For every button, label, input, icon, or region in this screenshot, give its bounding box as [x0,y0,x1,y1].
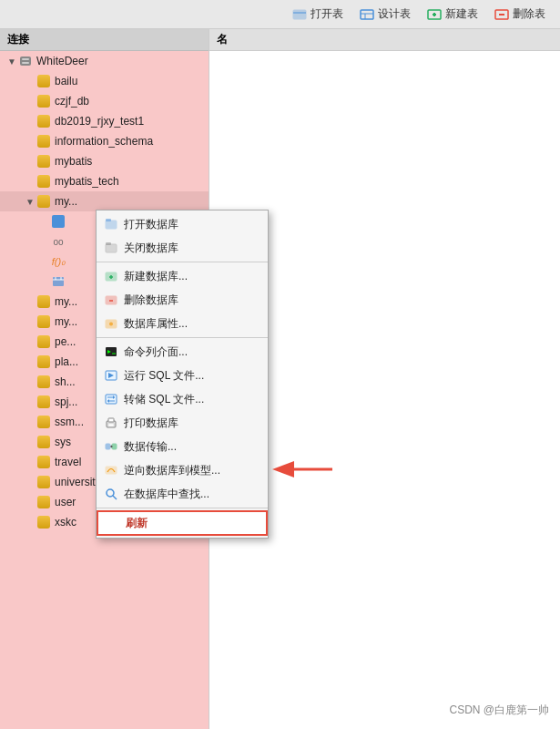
svg-line-47 [113,496,117,499]
svg-rect-18 [106,219,111,221]
svg-rect-41 [106,444,110,449]
run-sql-icon [104,368,118,383]
svg-point-46 [107,489,114,497]
svg-rect-20 [106,242,111,245]
db-icon [36,334,51,349]
db-label: sh... [55,375,76,388]
db-icon [36,314,51,329]
db-icon [36,74,51,88]
svg-rect-2 [361,10,373,19]
content-area: 连接 ▼ WhiteDeer bailu [0,29,560,729]
svg-rect-45 [106,467,117,474]
refresh-icon [106,516,120,530]
new-db-icon [104,269,118,283]
db-label: czjf_db [55,95,89,108]
print-db-label: 打印数据库 [124,416,178,431]
right-panel-header: 名 [209,29,560,51]
context-menu-reverse-db[interactable]: 逆向数据库到模型... [97,458,268,482]
db-label: db2019_rjxy_test1 [55,115,144,128]
db-prop-icon [104,316,118,331]
context-menu-new-db[interactable]: 新建数据库... [97,264,268,288]
db-icon [36,154,51,169]
svg-rect-33 [106,395,117,404]
cmd-label: 命令列介面... [124,344,188,360]
list-item[interactable]: czjf_db [0,91,209,111]
db-icon [36,354,51,369]
context-menu-data-transfer[interactable]: 数据传输... [97,435,268,458]
list-item[interactable]: db2019_rjxy_test1 [0,111,209,131]
context-menu-close-db[interactable]: 关闭数据库 [97,236,268,260]
db-label: ssm... [55,416,84,428]
db-icon [36,495,51,509]
delete-table-label: 删除表 [513,6,545,22]
db-label: my... [55,195,77,208]
context-menu-print-db[interactable]: 打印数据库 [97,411,268,435]
db-label: pla... [55,355,78,368]
run-sql-label: 运行 SQL 文件... [124,368,204,384]
db-label: information_schema [55,135,153,148]
db-icon [36,94,51,108]
db-label: xskc [55,516,76,529]
context-menu-run-sql[interactable]: 运行 SQL 文件... [97,364,268,387]
svg-rect-19 [106,244,117,252]
db-icon [36,475,51,489]
func-icon: f()₀ [51,254,66,269]
list-item[interactable]: mybatis [0,151,209,171]
context-menu-del-db[interactable]: 删除数据库 [97,288,268,312]
context-menu-refresh[interactable]: 刷新 [97,510,268,536]
context-menu-open-db[interactable]: 打开数据库 [97,212,268,236]
db-icon [36,435,51,449]
print-db-icon [104,416,118,430]
open-db-icon [104,217,118,231]
reverse-db-label: 逆向数据库到模型... [124,463,220,478]
right-panel-title: 名 [217,32,228,47]
context-menu-find-db[interactable]: 在数据库中查找... [97,482,268,506]
separator [97,262,268,262]
db-prop-label: 数据库属性... [124,316,188,332]
panel-header: 连接 [0,29,209,51]
context-menu-cmd[interactable]: 命令列介面... [97,340,268,364]
context-menu-db-prop[interactable]: 数据库属性... [97,312,268,335]
db-icon [36,194,51,209]
svg-rect-12 [22,62,29,64]
separator [97,508,268,508]
transfer-sql-icon [104,392,118,406]
find-db-label: 在数据库中查找... [124,487,209,502]
reverse-db-icon [104,463,118,477]
server-icon [18,54,33,68]
transfer-sql-label: 转储 SQL 文件... [124,392,204,407]
new-table-button[interactable]: 新建表 [420,4,485,25]
svg-rect-40 [108,424,114,426]
cmd-icon [104,344,118,359]
list-item[interactable]: information_schema [0,131,209,151]
event-icon [51,274,66,289]
table-icon [51,214,66,229]
tree-root[interactable]: ▼ WhiteDeer [0,51,209,71]
toolbar: 打开表 设计表 新建表 删除表 [0,0,560,29]
find-db-icon [104,487,118,501]
del-db-icon [104,293,118,307]
db-icon [36,375,51,389]
design-table-label: 设计表 [378,6,411,22]
open-table-button[interactable]: 打开表 [285,4,351,25]
svg-rect-13 [53,277,64,286]
svg-point-27 [109,323,113,326]
db-label: my... [55,315,77,328]
delete-table-button[interactable]: 删除表 [487,4,553,25]
data-transfer-icon [104,439,118,454]
university-label: university [55,476,101,488]
close-db-icon [104,241,118,255]
delete-table-icon [494,7,509,22]
design-table-icon [360,7,374,22]
svg-rect-17 [106,221,117,229]
db-icon [36,134,51,149]
design-table-button[interactable]: 设计表 [352,4,418,25]
list-item[interactable]: ▼ my... [0,191,209,211]
refresh-label: 刷新 [126,516,148,531]
list-item[interactable]: bailu [0,71,209,91]
context-menu-transfer-sql[interactable]: 转储 SQL 文件... [97,387,268,411]
list-item[interactable]: mybatis_tech [0,171,209,191]
svg-rect-39 [108,418,114,422]
watermark-text: CSDN @白鹿第一帅 [449,703,549,716]
db-icon [36,455,51,469]
